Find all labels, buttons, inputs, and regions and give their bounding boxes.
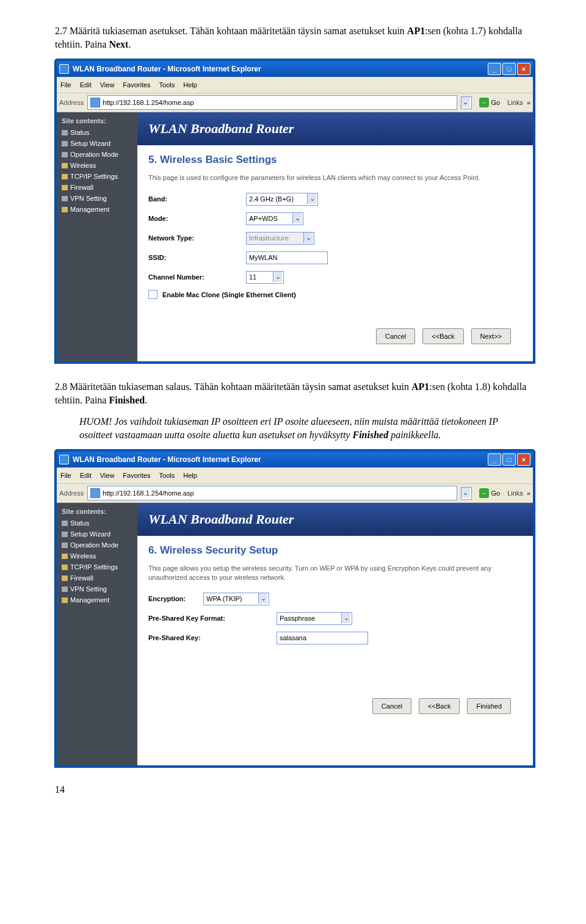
menu-file[interactable]: File bbox=[60, 472, 71, 479]
back-button[interactable]: <<Back bbox=[419, 698, 460, 714]
section-title: 6. Wireless Security Setup bbox=[148, 544, 522, 557]
close-button[interactable]: × bbox=[517, 453, 530, 466]
maximize-button[interactable]: □ bbox=[502, 63, 516, 75]
address-dropdown[interactable] bbox=[461, 96, 472, 109]
address-dropdown[interactable] bbox=[461, 487, 472, 500]
checkbox-mac-clone[interactable] bbox=[148, 290, 157, 299]
go-arrow-icon: → bbox=[479, 488, 489, 498]
label-psk-format: Pre-Shared Key Format: bbox=[148, 615, 277, 622]
sidebar-item-wireless[interactable]: Wireless bbox=[57, 160, 137, 171]
sidebar-item-vpn[interactable]: VPN Setting bbox=[57, 583, 137, 594]
text-bold: AP1 bbox=[411, 381, 429, 392]
menu-view[interactable]: View bbox=[100, 81, 115, 88]
links-label[interactable]: Links bbox=[507, 99, 523, 106]
address-input[interactable]: http://192.168.1.254/home.asp bbox=[87, 486, 457, 500]
select-channel[interactable]: 11 bbox=[246, 271, 284, 284]
sidebar-item-vpn[interactable]: VPN Setting bbox=[57, 193, 137, 204]
minimize-button[interactable]: _ bbox=[488, 63, 501, 75]
links-chevron-icon: » bbox=[527, 99, 530, 106]
paragraph-2-8: 2.8 Määritetään tukiaseman salaus. Tähän… bbox=[55, 380, 531, 406]
menu-edit[interactable]: Edit bbox=[80, 472, 92, 479]
menu-help[interactable]: Help bbox=[183, 81, 197, 88]
menu-help[interactable]: Help bbox=[183, 472, 197, 479]
sidebar-item-status[interactable]: Status bbox=[57, 518, 137, 529]
address-value: http://192.168.1.254/home.asp bbox=[103, 99, 194, 106]
links-label[interactable]: Links bbox=[507, 489, 523, 497]
close-button[interactable]: × bbox=[517, 63, 530, 75]
sidebar-item-setup-wizard[interactable]: Setup Wizard bbox=[57, 529, 137, 540]
label-band: Band: bbox=[148, 195, 246, 203]
back-button[interactable]: <<Back bbox=[422, 328, 463, 344]
menu-tools[interactable]: Tools bbox=[159, 81, 175, 88]
ie-icon bbox=[59, 64, 69, 74]
sidebar-header: Site contents: bbox=[57, 505, 137, 518]
menu-favorites[interactable]: Favorites bbox=[123, 472, 150, 479]
text: . bbox=[128, 39, 131, 49]
select-band[interactable]: 2.4 GHz (B+G) bbox=[246, 193, 318, 206]
screenshot-wireless-basic: WLAN Broadband Router - Microsoft Intern… bbox=[55, 59, 531, 363]
menu-tools[interactable]: Tools bbox=[159, 472, 175, 479]
sidebar-item-firewall[interactable]: Firewall bbox=[57, 572, 137, 583]
select-mode[interactable]: AP+WDS bbox=[246, 212, 303, 225]
text-bold: Next bbox=[109, 39, 128, 49]
section-title: 5. Wireless Basic Settings bbox=[148, 154, 522, 166]
window-titlebar: WLAN Broadband Router - Microsoft Intern… bbox=[57, 452, 533, 467]
label-encryption: Encryption: bbox=[148, 595, 203, 602]
go-button[interactable]: → Go bbox=[476, 488, 504, 498]
page-icon bbox=[90, 98, 100, 107]
minimize-button[interactable]: _ bbox=[488, 453, 501, 466]
sidebar: Site contents: Status Setup Wizard Opera… bbox=[57, 503, 137, 765]
label-psk: Pre-Shared Key: bbox=[148, 634, 277, 641]
cancel-button[interactable]: Cancel bbox=[376, 328, 415, 344]
text-italic: painikkeella. bbox=[388, 430, 441, 440]
menu-favorites[interactable]: Favorites bbox=[123, 81, 150, 88]
maximize-button[interactable]: □ bbox=[502, 453, 516, 466]
label-channel: Channel Number: bbox=[148, 273, 246, 281]
window-title: WLAN Broadband Router - Microsoft Intern… bbox=[73, 65, 261, 73]
go-label: Go bbox=[491, 489, 501, 497]
select-psk-format[interactable]: Passphrase bbox=[277, 612, 352, 625]
sidebar-item-operation-mode[interactable]: Operation Mode bbox=[57, 149, 137, 160]
sidebar-item-management[interactable]: Management bbox=[57, 594, 137, 605]
label-ssid: SSID: bbox=[148, 254, 246, 261]
sidebar-item-wireless[interactable]: Wireless bbox=[57, 550, 137, 561]
address-value: http://192.168.1.254/home.asp bbox=[103, 489, 194, 497]
sidebar-header: Site contents: bbox=[57, 115, 137, 127]
sidebar: Site contents: Status Setup Wizard Opera… bbox=[57, 112, 137, 361]
sidebar-item-tcpip[interactable]: TCP/IP Settings bbox=[57, 561, 137, 572]
address-label: Address bbox=[59, 99, 84, 106]
sidebar-item-setup-wizard[interactable]: Setup Wizard bbox=[57, 138, 137, 149]
text: 2.7 Määritä tukiaseman asetukset. Tähän … bbox=[55, 26, 407, 36]
text: . bbox=[145, 395, 147, 405]
address-input[interactable]: http://192.168.1.254/home.asp bbox=[87, 95, 457, 110]
page-icon bbox=[90, 488, 100, 498]
sidebar-item-tcpip[interactable]: TCP/IP Settings bbox=[57, 171, 137, 182]
select-encryption[interactable]: WPA (TKIP) bbox=[203, 593, 269, 605]
links-chevron-icon: » bbox=[527, 489, 530, 497]
window-titlebar: WLAN Broadband Router - Microsoft Intern… bbox=[57, 61, 533, 77]
sidebar-item-operation-mode[interactable]: Operation Mode bbox=[57, 540, 137, 550]
address-bar: Address http://192.168.1.254/home.asp → … bbox=[57, 93, 533, 112]
menu-view[interactable]: View bbox=[100, 472, 115, 479]
menu-file[interactable]: File bbox=[60, 81, 71, 88]
finished-button[interactable]: Finished bbox=[467, 698, 511, 714]
sidebar-item-firewall[interactable]: Firewall bbox=[57, 182, 137, 193]
input-psk[interactable]: salasana bbox=[277, 632, 368, 644]
menu-edit[interactable]: Edit bbox=[80, 81, 92, 88]
input-ssid[interactable]: MyWLAN bbox=[246, 251, 328, 264]
sidebar-item-status[interactable]: Status bbox=[57, 127, 137, 138]
go-label: Go bbox=[491, 99, 501, 106]
cancel-button[interactable]: Cancel bbox=[372, 698, 411, 714]
screenshot-wireless-security: WLAN Broadband Router - Microsoft Intern… bbox=[55, 450, 531, 767]
text-bold: AP1 bbox=[407, 26, 425, 36]
next-button[interactable]: Next>> bbox=[471, 328, 511, 344]
menu-bar: File Edit View Favorites Tools Help bbox=[57, 467, 533, 484]
menu-bar: File Edit View Favorites Tools Help bbox=[57, 77, 533, 93]
address-label: Address bbox=[59, 489, 84, 497]
address-bar: Address http://192.168.1.254/home.asp → … bbox=[57, 484, 533, 503]
section-description: This page is used to configure the param… bbox=[148, 173, 522, 182]
select-network-type: Infrastructure bbox=[246, 232, 314, 245]
text: 2.8 Määritetään tukiaseman salaus. Tähän… bbox=[55, 381, 411, 392]
go-button[interactable]: → Go bbox=[476, 98, 504, 107]
sidebar-item-management[interactable]: Management bbox=[57, 204, 137, 215]
